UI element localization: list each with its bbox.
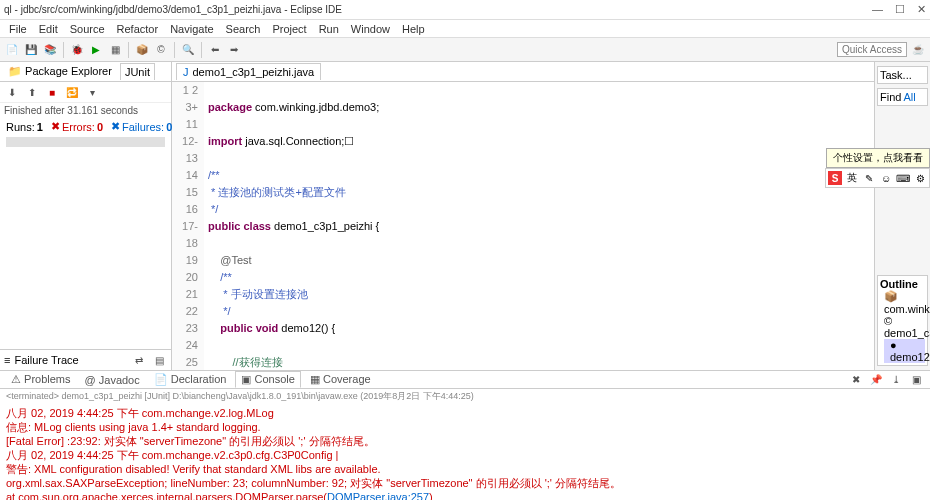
junit-prev-icon[interactable]: ⬆	[24, 84, 40, 100]
line-gutter: 1 2 3+ 11 12- 13 14 15 16 17- 18 19 20 2…	[172, 82, 204, 370]
coverage-icon[interactable]: ▦	[107, 42, 123, 58]
window-title: ql - jdbc/src/com/winking/jdbd/demo3/dem…	[4, 4, 872, 15]
menu-file[interactable]: File	[4, 21, 32, 37]
save-all-icon[interactable]: 📚	[42, 42, 58, 58]
tab-console[interactable]: ▣ Console	[235, 371, 300, 388]
menu-project[interactable]: Project	[267, 21, 311, 37]
menu-refactor[interactable]: Refactor	[112, 21, 164, 37]
right-panel: Task... Find All Outline 📦 com.winking ©…	[874, 62, 930, 370]
tab-problems[interactable]: ⚠ Problems	[6, 372, 76, 387]
failtrace-filter-icon[interactable]: ▤	[151, 352, 167, 368]
bottom-panel: ⚠ Problems @ Javadoc 📄 Declaration ▣ Con…	[0, 370, 930, 500]
ime-emoji-icon[interactable]: ☺	[879, 171, 893, 185]
ime-keyboard-icon[interactable]: ⌨	[896, 171, 910, 185]
junit-stop-icon[interactable]: ■	[44, 84, 60, 100]
back-icon[interactable]: ⬅	[207, 42, 223, 58]
menu-navigate[interactable]: Navigate	[165, 21, 218, 37]
ime-settings-icon[interactable]: ⚙	[913, 171, 927, 185]
stacktrace-link[interactable]: DOMParser.java:257	[327, 491, 429, 500]
main-toolbar: 📄 💾 📚 🐞 ▶ ▦ 📦 © 🔍 ⬅ ➡ Quick Access ☕	[0, 38, 930, 62]
ime-toolbar[interactable]: S 英 ✎ ☺ ⌨ ⚙	[825, 168, 930, 188]
new-class-icon[interactable]: ©	[153, 42, 169, 58]
new-package-icon[interactable]: 📦	[134, 42, 150, 58]
minimize-icon[interactable]: —	[872, 3, 883, 16]
failtrace-compare-icon[interactable]: ⇄	[131, 352, 147, 368]
tab-coverage[interactable]: ▦ Coverage	[305, 372, 376, 387]
outline-class[interactable]: © demo1_c3p	[884, 315, 925, 339]
tab-javadoc[interactable]: @ Javadoc	[80, 373, 145, 387]
failures-label: ✖ Failures: 0	[111, 120, 172, 133]
save-icon[interactable]: 💾	[23, 42, 39, 58]
menu-help[interactable]: Help	[397, 21, 430, 37]
failtrace-icon: ≡	[4, 354, 10, 366]
find-all[interactable]: All	[903, 91, 915, 103]
failure-trace-header: ≡ Failure Trace ⇄ ▤	[0, 349, 171, 370]
close-icon[interactable]: ✕	[917, 3, 926, 16]
menu-search[interactable]: Search	[221, 21, 266, 37]
console-clear-icon[interactable]: ✖	[848, 372, 864, 388]
outline-method[interactable]: ● demo12()	[884, 339, 925, 363]
run-icon[interactable]: ▶	[88, 42, 104, 58]
menu-run[interactable]: Run	[314, 21, 344, 37]
menu-window[interactable]: Window	[346, 21, 395, 37]
console-output[interactable]: 八月 02, 2019 4:44:25 下午 com.mchange.v2.lo…	[0, 404, 930, 500]
menubar: File Edit Source Refactor Navigate Searc…	[0, 20, 930, 38]
junit-next-icon[interactable]: ⬇	[4, 84, 20, 100]
tab-package-explorer[interactable]: 📁 Package Explorer	[4, 63, 116, 80]
outline-package[interactable]: 📦 com.winking	[884, 290, 925, 315]
perspective-java-icon[interactable]: ☕	[910, 42, 926, 58]
code-editor[interactable]: 1 2 3+ 11 12- 13 14 15 16 17- 18 19 20 2…	[172, 82, 874, 370]
ime-logo-icon[interactable]: S	[828, 171, 842, 185]
quick-access[interactable]: Quick Access	[837, 42, 907, 57]
maximize-icon[interactable]: ☐	[895, 3, 905, 16]
outline-view[interactable]: Outline 📦 com.winking © demo1_c3p ● demo…	[877, 275, 928, 366]
editor-area: J demo1_c3p1_peizhi.java 1 2 3+ 11 12- 1…	[172, 62, 874, 370]
menu-source[interactable]: Source	[65, 21, 110, 37]
menu-edit[interactable]: Edit	[34, 21, 63, 37]
junit-progress	[6, 137, 165, 147]
errors-label: ✖ Errors: 0	[51, 120, 103, 133]
tab-junit[interactable]: JUnit	[120, 63, 155, 80]
java-file-icon: J	[183, 66, 189, 78]
debug-icon[interactable]: 🐞	[69, 42, 85, 58]
junit-rerun-icon[interactable]: 🔁	[64, 84, 80, 100]
console-pin-icon[interactable]: 📌	[868, 372, 884, 388]
editor-tab[interactable]: J demo1_c3p1_peizhi.java	[176, 63, 321, 80]
tab-declaration[interactable]: 📄 Declaration	[149, 372, 232, 387]
left-panel: 📁 Package Explorer JUnit ⬇ ⬆ ■ 🔁 ▾ Finis…	[0, 62, 172, 370]
junit-history-icon[interactable]: ▾	[84, 84, 100, 100]
console-header: <terminated> demo1_c3p1_peizhi [JUnit] D…	[0, 389, 930, 404]
console-display-icon[interactable]: ▣	[908, 372, 924, 388]
runs-label: Runs: 1	[6, 120, 43, 133]
forward-icon[interactable]: ➡	[226, 42, 242, 58]
find-label: Find	[880, 91, 901, 103]
ime-lang-icon[interactable]: 英	[845, 171, 859, 185]
task-view[interactable]: Task...	[877, 66, 928, 84]
console-scroll-icon[interactable]: ⤓	[888, 372, 904, 388]
new-icon[interactable]: 📄	[4, 42, 20, 58]
ime-tool-icon[interactable]: ✎	[862, 171, 876, 185]
ime-tooltip: 个性设置，点我看看	[826, 148, 930, 168]
junit-status: Finished after 31.161 seconds	[0, 103, 171, 118]
search-icon[interactable]: 🔍	[180, 42, 196, 58]
